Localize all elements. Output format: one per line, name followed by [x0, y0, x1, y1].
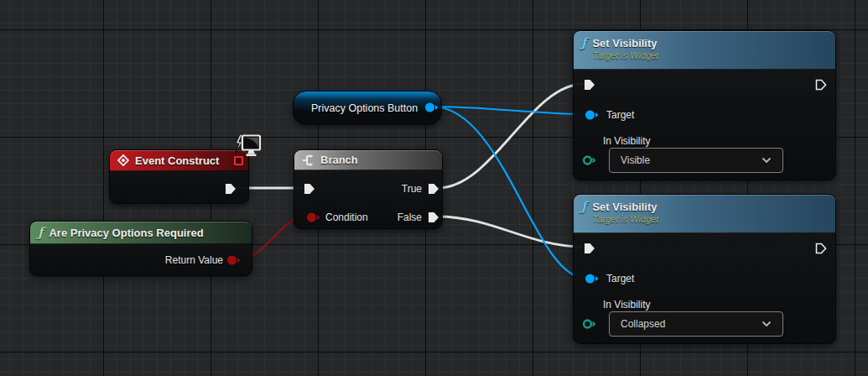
event-diamond-icon	[117, 154, 129, 166]
condition-pin[interactable]	[306, 212, 320, 223]
branch-icon	[302, 154, 314, 167]
in-visibility-dropdown[interactable]: Visible	[609, 148, 783, 173]
exec-false-pin[interactable]	[428, 212, 439, 223]
node-title: Set Visibility	[592, 201, 658, 213]
exec-out-pin[interactable]	[815, 243, 827, 254]
exec-in-pin[interactable]	[584, 79, 595, 91]
target-pin[interactable]	[585, 273, 599, 285]
blueprint-canvas[interactable]: Event Construct ƒ Are Privacy Options Re…	[0, 0, 868, 376]
node-set-visibility-top[interactable]: ƒ Set Visibility Target is Widget Target…	[573, 30, 836, 180]
variable-out-pin[interactable]	[424, 102, 439, 113]
exec-in-pin[interactable]	[584, 243, 595, 254]
node-set-visibility-bottom[interactable]: ƒ Set Visibility Target is Widget Target…	[573, 194, 836, 344]
node-are-privacy-options-required[interactable]: ƒ Are Privacy Options Required Return Va…	[29, 221, 252, 276]
false-label: False	[398, 212, 422, 223]
node-title: Branch	[320, 154, 358, 166]
dropdown-value: Collapsed	[621, 318, 665, 330]
in-visibility-pin[interactable]	[582, 318, 595, 330]
exec-out-pin[interactable]	[815, 79, 827, 91]
node-title: Are Privacy Options Required	[49, 227, 203, 239]
target-label: Target	[606, 273, 634, 285]
in-visibility-label: In Visibility	[603, 135, 650, 147]
exec-true-pin[interactable]	[428, 183, 439, 195]
wire-object-button-target-bottom[interactable]	[433, 107, 585, 278]
dropdown-value: Visible	[621, 154, 650, 166]
function-icon: ƒ	[38, 227, 43, 239]
node-privacy-options-button[interactable]: Privacy Options Button	[293, 91, 442, 125]
condition-label: Condition	[325, 212, 368, 223]
node-event-construct[interactable]: Event Construct	[109, 149, 249, 204]
true-label: True	[402, 183, 422, 195]
return-value-label: Return Value	[165, 254, 223, 266]
wire-exec-false-setvisibility[interactable]	[438, 217, 584, 247]
node-title: Set Visibility	[592, 37, 658, 50]
chevron-down-icon	[761, 321, 772, 327]
variable-title: Privacy Options Button	[294, 102, 418, 114]
in-visibility-label: In Visibility	[603, 299, 650, 311]
node-subtitle: Target is Widget	[592, 50, 658, 60]
node-subtitle: Target is Widget	[592, 214, 658, 224]
node-branch[interactable]: Branch Condition True False	[294, 149, 443, 229]
return-value-pin[interactable]	[226, 254, 241, 266]
function-icon: ƒ	[581, 201, 586, 213]
target-label: Target	[606, 109, 634, 121]
chevron-down-icon	[761, 157, 772, 164]
in-visibility-pin[interactable]	[582, 154, 595, 166]
wire-exec-true-setvisibility[interactable]	[438, 84, 584, 188]
node-title: Event Construct	[135, 154, 219, 167]
target-pin[interactable]	[585, 109, 599, 121]
in-visibility-dropdown[interactable]: Collapsed	[609, 311, 783, 337]
widget-event-monitor-icon	[231, 133, 262, 160]
exec-in-pin[interactable]	[304, 183, 315, 195]
function-icon: ƒ	[581, 37, 586, 50]
exec-out-pin[interactable]	[225, 183, 236, 195]
